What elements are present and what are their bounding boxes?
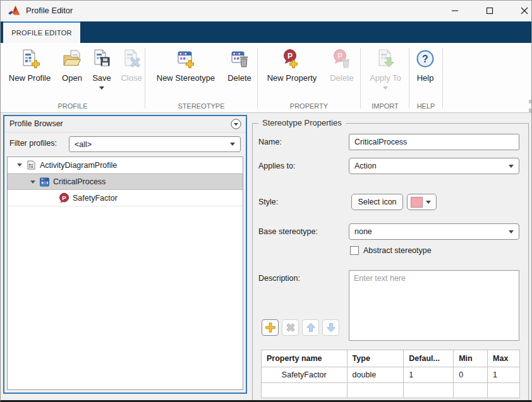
tab-profile-editor-label: PROFILE EDITOR [11, 29, 72, 37]
description-textarea[interactable] [349, 270, 519, 341]
col-max[interactable]: Max [488, 350, 520, 367]
base-stereotype-label: Base stereotype: [258, 227, 318, 236]
expander-icon[interactable] [30, 180, 36, 184]
open-label: Open [62, 73, 82, 83]
matlab-logo-icon [8, 4, 21, 20]
applies-to-value: Action [354, 162, 509, 170]
new-property-icon: P [281, 47, 303, 69]
chevron-down-icon [426, 201, 431, 204]
applies-to-dropdown[interactable]: Action [349, 158, 519, 174]
col-min[interactable]: Min [454, 350, 488, 367]
tree-item-label: ActivityDiagramProfile [40, 161, 117, 170]
delete-stereotype-icon [229, 47, 250, 69]
select-icon-button-label: Select icon [358, 198, 396, 206]
delete-property-row-button [282, 319, 299, 336]
group-label-import: IMPORT [361, 102, 409, 110]
filter-profiles-dropdown[interactable]: <all> [69, 136, 241, 152]
group-label-property: PROPERTY [258, 102, 360, 110]
icon-color-dropdown[interactable] [407, 194, 437, 210]
abstract-stereotype-label: Abstract stereotype [363, 246, 432, 255]
add-property-button[interactable] [262, 319, 279, 336]
chevron-down-icon [509, 165, 514, 168]
tree-item-profile[interactable]: ActivityDiagramProfile [8, 157, 243, 174]
filter-profiles-label: Filter profiles: [9, 139, 57, 148]
base-stereotype-value: none [354, 227, 509, 236]
new-property-label: New Property [267, 73, 317, 83]
window-title: Profile Editor [26, 6, 73, 15]
property-table-empty-row[interactable] [262, 383, 520, 398]
move-up-button [302, 319, 319, 336]
arrow-up-icon [305, 321, 317, 334]
save-button[interactable]: Save [88, 47, 116, 101]
open-button[interactable]: Open [57, 47, 87, 101]
base-stereotype-dropdown[interactable]: none [349, 223, 519, 240]
ribbon-overflow-indicator[interactable] [529, 109, 532, 112]
delete-stereotype-button[interactable]: Delete [223, 47, 256, 101]
cell-property-name[interactable]: SafetyFactor [262, 367, 348, 383]
expander-icon[interactable] [16, 163, 23, 167]
maximize-button[interactable] [475, 1, 504, 21]
profile-browser-title: Profile Browser [9, 119, 63, 128]
group-label-stereotype: STEREOTYPE [145, 102, 257, 110]
select-icon-button[interactable]: Select icon [351, 194, 403, 210]
new-profile-button[interactable]: New Profile [3, 47, 56, 101]
ribbon-overflow-indicator[interactable] [529, 100, 532, 103]
new-stereotype-button[interactable]: New Stereotype [150, 47, 222, 101]
chevron-down-icon [230, 143, 235, 146]
style-label: Style: [258, 198, 278, 206]
col-default[interactable]: Defaul... [404, 350, 454, 367]
col-property-name[interactable]: Property name [262, 350, 348, 367]
cell-min[interactable]: 0 [454, 367, 488, 383]
tab-profile-editor[interactable]: PROFILE EDITOR [3, 21, 80, 43]
color-swatch [411, 197, 423, 208]
delete-property-button: P Delete [326, 47, 358, 101]
name-field[interactable] [349, 134, 519, 150]
panel-collapse-icon[interactable] [231, 119, 241, 129]
titlebar: Profile Editor [1, 1, 531, 21]
help-icon: ? [415, 47, 435, 69]
close-button[interactable] [510, 1, 532, 21]
apply-to-icon [375, 47, 396, 69]
delete-property-icon: P [331, 47, 353, 69]
close-profile-button: Close [117, 47, 146, 101]
close-profile-label: Close [121, 73, 142, 83]
move-down-button [322, 319, 339, 336]
apply-to-label: Apply To [370, 73, 401, 83]
group-separator [442, 48, 443, 109]
tree-item-property[interactable]: P SafetyFactor [8, 190, 243, 206]
cell-max[interactable]: 1 [488, 367, 520, 383]
profile-icon [26, 160, 37, 170]
abstract-stereotype-checkbox[interactable] [350, 246, 359, 255]
tree-item-stereotype[interactable]: CriticalProcess [8, 174, 243, 190]
svg-text:P: P [62, 194, 66, 201]
property-table-header-row: Property name Type Defaul... Min Max [262, 350, 520, 367]
minimize-button[interactable] [440, 1, 469, 21]
group-label-profile: PROFILE [1, 102, 145, 110]
profile-browser-header: Profile Browser [4, 116, 246, 133]
new-property-button[interactable]: P New Property [262, 47, 322, 101]
group-separator [409, 48, 409, 109]
ribbon-tab-bar: PROFILE EDITOR [1, 21, 531, 43]
col-type[interactable]: Type [347, 350, 404, 367]
profile-editor-window: Profile Editor PROFILE EDITOR [0, 0, 532, 402]
new-profile-icon [19, 47, 40, 69]
svg-text:?: ? [422, 54, 428, 64]
plus-icon [264, 321, 277, 334]
main-area: Profile Browser Filter profiles: <all> [1, 113, 531, 402]
svg-text:P: P [287, 52, 293, 61]
property-table-row[interactable]: SafetyFactor double 1 0 1 [262, 367, 520, 383]
help-button[interactable]: ? Help [411, 47, 439, 101]
save-label: Save [92, 73, 111, 83]
tree-item-label: CriticalProcess [53, 177, 106, 186]
save-dropdown-caret[interactable] [99, 86, 104, 90]
property-table: Property name Type Defaul... Min Max Saf… [261, 350, 520, 398]
group-separator [145, 48, 145, 109]
svg-text:P: P [337, 52, 342, 61]
stereotype-icon [39, 177, 50, 187]
cell-type[interactable]: double [347, 367, 404, 383]
tree-item-label: SafetyFactor [73, 194, 118, 203]
group-separator [360, 48, 361, 109]
apply-to-dropdown-caret [383, 86, 388, 90]
description-label: Description: [258, 274, 300, 283]
cell-default[interactable]: 1 [404, 367, 454, 383]
